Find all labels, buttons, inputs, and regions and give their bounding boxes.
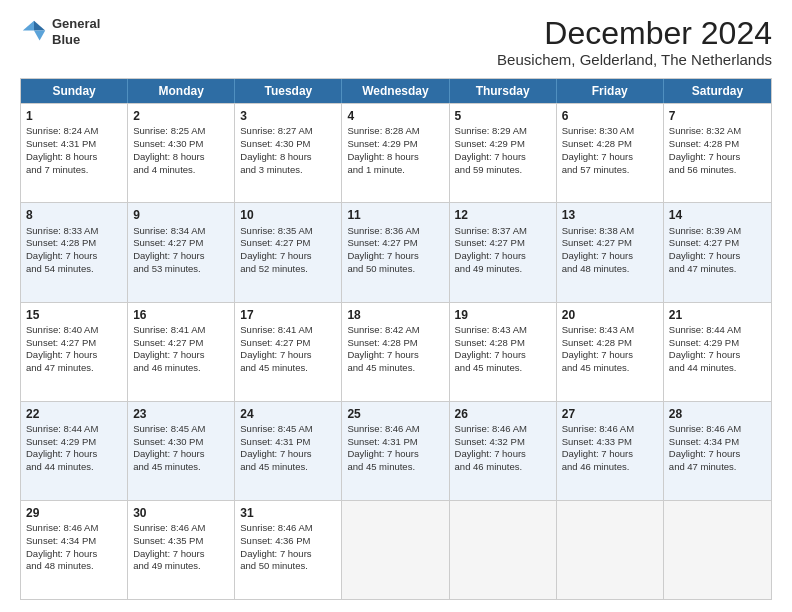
day-info-line-2: Daylight: 7 hours [455,151,526,162]
day-info-line-3: and 53 minutes. [133,263,201,274]
day-info-line-2: Daylight: 7 hours [669,250,740,261]
day-info-line-1: Sunset: 4:29 PM [455,138,525,149]
day-info-line-1: Sunset: 4:30 PM [133,436,203,447]
header-day-wednesday: Wednesday [342,79,449,103]
day-number: 22 [26,406,122,422]
day-number: 1 [26,108,122,124]
day-info-line-0: Sunrise: 8:43 AM [562,324,634,335]
day-number: 27 [562,406,658,422]
header-day-monday: Monday [128,79,235,103]
day-info-line-1: Sunset: 4:30 PM [133,138,203,149]
day-info-line-2: Daylight: 7 hours [347,250,418,261]
day-info-line-3: and 52 minutes. [240,263,308,274]
empty-cell [342,501,449,599]
day-cell-9: 9Sunrise: 8:34 AMSunset: 4:27 PMDaylight… [128,203,235,301]
calendar-row-4: 22Sunrise: 8:44 AMSunset: 4:29 PMDayligh… [21,401,771,500]
day-info-line-2: Daylight: 8 hours [240,151,311,162]
day-info-line-2: Daylight: 7 hours [26,349,97,360]
day-info-line-1: Sunset: 4:27 PM [133,337,203,348]
day-info-line-3: and 46 minutes. [133,362,201,373]
day-info-line-0: Sunrise: 8:29 AM [455,125,527,136]
calendar-body: 1Sunrise: 8:24 AMSunset: 4:31 PMDaylight… [21,103,771,599]
day-info-line-1: Sunset: 4:27 PM [347,237,417,248]
day-info-line-1: Sunset: 4:34 PM [669,436,739,447]
day-number: 13 [562,207,658,223]
day-info-line-1: Sunset: 4:29 PM [26,436,96,447]
day-info-line-2: Daylight: 7 hours [347,448,418,459]
day-info-line-1: Sunset: 4:32 PM [455,436,525,447]
day-cell-17: 17Sunrise: 8:41 AMSunset: 4:27 PMDayligh… [235,303,342,401]
day-cell-4: 4Sunrise: 8:28 AMSunset: 4:29 PMDaylight… [342,104,449,202]
day-cell-13: 13Sunrise: 8:38 AMSunset: 4:27 PMDayligh… [557,203,664,301]
day-info-line-0: Sunrise: 8:25 AM [133,125,205,136]
day-info-line-2: Daylight: 7 hours [562,151,633,162]
day-number: 9 [133,207,229,223]
day-number: 3 [240,108,336,124]
day-cell-19: 19Sunrise: 8:43 AMSunset: 4:28 PMDayligh… [450,303,557,401]
day-info-line-3: and 47 minutes. [26,362,94,373]
day-info-line-2: Daylight: 7 hours [26,250,97,261]
day-info-line-1: Sunset: 4:27 PM [669,237,739,248]
day-info-line-2: Daylight: 7 hours [26,448,97,459]
day-info-line-1: Sunset: 4:28 PM [26,237,96,248]
day-info-line-0: Sunrise: 8:41 AM [240,324,312,335]
day-info-line-0: Sunrise: 8:44 AM [26,423,98,434]
day-cell-29: 29Sunrise: 8:46 AMSunset: 4:34 PMDayligh… [21,501,128,599]
day-info-line-1: Sunset: 4:33 PM [562,436,632,447]
day-info-line-3: and 45 minutes. [347,461,415,472]
day-info-line-2: Daylight: 8 hours [133,151,204,162]
day-cell-6: 6Sunrise: 8:30 AMSunset: 4:28 PMDaylight… [557,104,664,202]
day-info-line-3: and 45 minutes. [347,362,415,373]
calendar-row-2: 8Sunrise: 8:33 AMSunset: 4:28 PMDaylight… [21,202,771,301]
page: General Blue December 2024 Beusichem, Ge… [0,0,792,612]
day-info-line-3: and 1 minute. [347,164,405,175]
day-number: 11 [347,207,443,223]
header-day-thursday: Thursday [450,79,557,103]
header-day-saturday: Saturday [664,79,771,103]
day-info-line-3: and 54 minutes. [26,263,94,274]
day-cell-22: 22Sunrise: 8:44 AMSunset: 4:29 PMDayligh… [21,402,128,500]
day-info-line-0: Sunrise: 8:41 AM [133,324,205,335]
day-number: 21 [669,307,766,323]
day-number: 6 [562,108,658,124]
day-info-line-2: Daylight: 7 hours [240,250,311,261]
day-info-line-3: and 44 minutes. [26,461,94,472]
day-info-line-0: Sunrise: 8:46 AM [133,522,205,533]
day-info-line-2: Daylight: 7 hours [455,349,526,360]
day-info-line-0: Sunrise: 8:30 AM [562,125,634,136]
day-info-line-3: and 48 minutes. [562,263,630,274]
day-number: 19 [455,307,551,323]
day-info-line-2: Daylight: 7 hours [240,448,311,459]
logo-text: General Blue [52,16,100,47]
day-cell-28: 28Sunrise: 8:46 AMSunset: 4:34 PMDayligh… [664,402,771,500]
day-info-line-1: Sunset: 4:29 PM [669,337,739,348]
day-info-line-3: and 47 minutes. [669,263,737,274]
day-cell-14: 14Sunrise: 8:39 AMSunset: 4:27 PMDayligh… [664,203,771,301]
day-info-line-3: and 45 minutes. [562,362,630,373]
day-cell-10: 10Sunrise: 8:35 AMSunset: 4:27 PMDayligh… [235,203,342,301]
day-info-line-1: Sunset: 4:35 PM [133,535,203,546]
day-info-line-0: Sunrise: 8:45 AM [240,423,312,434]
day-info-line-1: Sunset: 4:27 PM [562,237,632,248]
day-info-line-2: Daylight: 7 hours [455,448,526,459]
day-info-line-2: Daylight: 7 hours [347,349,418,360]
header: General Blue December 2024 Beusichem, Ge… [20,16,772,68]
day-info-line-3: and 47 minutes. [669,461,737,472]
day-cell-3: 3Sunrise: 8:27 AMSunset: 4:30 PMDaylight… [235,104,342,202]
day-cell-8: 8Sunrise: 8:33 AMSunset: 4:28 PMDaylight… [21,203,128,301]
day-info-line-1: Sunset: 4:29 PM [347,138,417,149]
day-cell-27: 27Sunrise: 8:46 AMSunset: 4:33 PMDayligh… [557,402,664,500]
day-info-line-1: Sunset: 4:27 PM [26,337,96,348]
day-info-line-0: Sunrise: 8:39 AM [669,225,741,236]
day-info-line-1: Sunset: 4:28 PM [562,337,632,348]
day-cell-7: 7Sunrise: 8:32 AMSunset: 4:28 PMDaylight… [664,104,771,202]
day-info-line-0: Sunrise: 8:46 AM [240,522,312,533]
day-info-line-1: Sunset: 4:28 PM [669,138,739,149]
day-cell-31: 31Sunrise: 8:46 AMSunset: 4:36 PMDayligh… [235,501,342,599]
day-info-line-0: Sunrise: 8:33 AM [26,225,98,236]
day-number: 26 [455,406,551,422]
day-info-line-2: Daylight: 7 hours [133,250,204,261]
day-info-line-3: and 3 minutes. [240,164,302,175]
day-info-line-1: Sunset: 4:30 PM [240,138,310,149]
day-number: 30 [133,505,229,521]
